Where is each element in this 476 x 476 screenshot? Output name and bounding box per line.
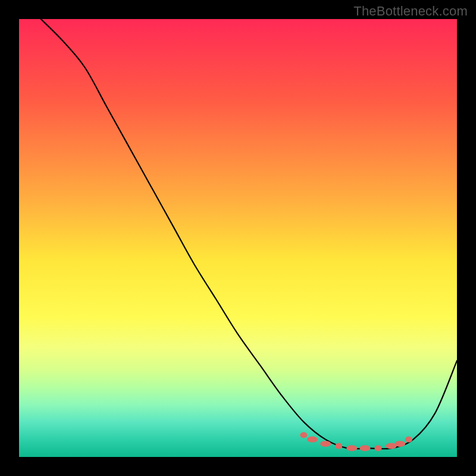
curve-marker [307,437,318,443]
bottleneck-curve [41,19,457,449]
plot-area [19,19,457,457]
curve-marker [375,445,382,451]
chart-svg [19,19,457,457]
watermark-text: TheBottleneck.com [353,4,468,19]
curve-marker [405,437,412,443]
curve-marker [300,432,307,438]
marker-group [300,432,412,451]
curve-marker [346,445,357,451]
curve-marker [335,443,342,449]
curve-marker [359,445,370,451]
curve-marker [394,441,405,447]
chart-frame: TheBottleneck.com [0,0,476,476]
curve-marker [320,441,331,447]
